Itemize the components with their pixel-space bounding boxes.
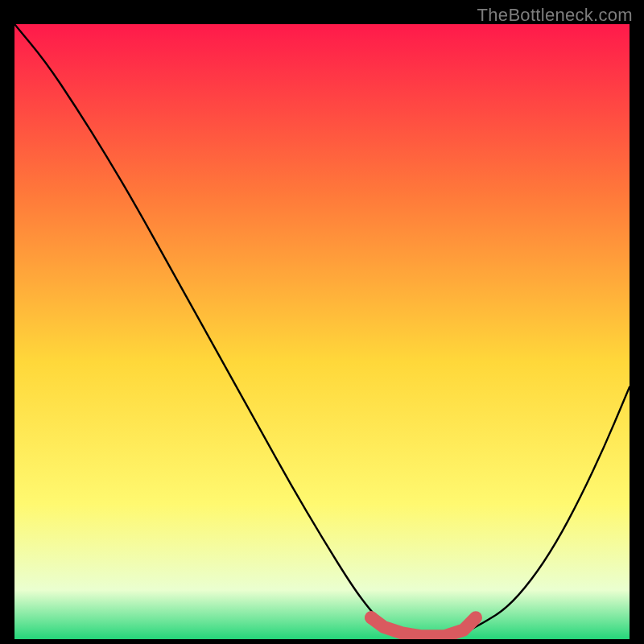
watermark-text: TheBottleneck.com — [477, 5, 633, 26]
optimal-marker-dot — [365, 611, 378, 624]
gradient-background — [14, 24, 630, 639]
bottleneck-plot — [14, 24, 630, 639]
chart-stage: TheBottleneck.com — [0, 0, 644, 644]
plot-svg — [14, 24, 630, 639]
